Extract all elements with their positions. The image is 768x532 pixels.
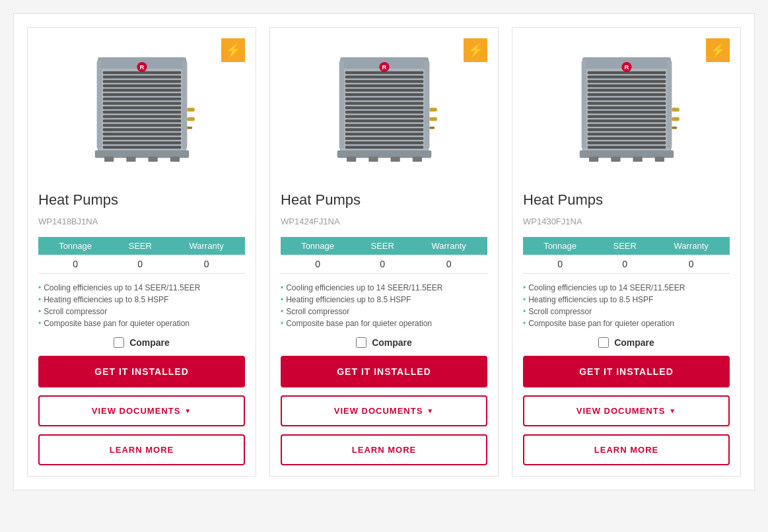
svg-rect-78 xyxy=(588,124,666,127)
compare-label: Compare xyxy=(372,337,412,348)
product-sku: WP1418BJ1NA xyxy=(38,216,245,226)
svg-rect-85 xyxy=(666,61,672,149)
spec-header: Warranty xyxy=(168,237,245,255)
svg-rect-93 xyxy=(611,156,620,162)
svg-rect-12 xyxy=(103,116,181,118)
svg-rect-38 xyxy=(345,89,423,92)
svg-rect-63 xyxy=(412,156,421,162)
svg-rect-80 xyxy=(588,133,666,135)
svg-rect-39 xyxy=(345,93,423,96)
svg-rect-45 xyxy=(345,119,423,122)
energy-badge: ⚡ xyxy=(221,38,245,62)
svg-rect-57 xyxy=(429,108,436,112)
svg-rect-16 xyxy=(103,133,181,135)
svg-rect-44 xyxy=(345,116,423,118)
compare-checkbox[interactable] xyxy=(114,337,124,348)
view-documents-button[interactable]: VIEW DOCUMENTS ▼ xyxy=(38,395,245,426)
svg-rect-27 xyxy=(187,127,192,129)
svg-rect-18 xyxy=(103,142,181,145)
svg-text:R: R xyxy=(139,63,144,71)
svg-rect-36 xyxy=(345,80,423,83)
product-card-3: ⚡ R Heat Pumps WP1430FJ1NA TonnageSEER xyxy=(512,27,741,477)
compare-row: Compare xyxy=(523,337,730,348)
learn-more-button[interactable]: LEARN MORE xyxy=(523,434,730,465)
svg-rect-50 xyxy=(345,142,423,145)
svg-rect-75 xyxy=(588,111,666,114)
svg-rect-5 xyxy=(103,84,181,87)
svg-rect-28 xyxy=(104,156,114,162)
spec-header: Tonnage xyxy=(38,237,112,255)
view-documents-button[interactable]: VIEW DOCUMENTS ▼ xyxy=(523,395,730,426)
svg-rect-35 xyxy=(345,76,423,79)
svg-rect-91 xyxy=(672,127,677,129)
svg-rect-79 xyxy=(588,129,666,131)
svg-rect-7 xyxy=(103,93,181,96)
spec-header: Tonnage xyxy=(281,237,355,255)
feature-item: Heating efficiencies up to 8.5 HSPF xyxy=(523,294,730,306)
feature-item: Cooling efficiencies up to 14 SEER/11.5E… xyxy=(281,282,487,294)
spec-value: 0 xyxy=(355,255,410,274)
svg-rect-76 xyxy=(588,116,666,118)
svg-rect-70 xyxy=(588,89,666,92)
view-documents-button[interactable]: VIEW DOCUMENTS ▼ xyxy=(281,395,487,426)
svg-rect-95 xyxy=(654,156,664,162)
svg-rect-83 xyxy=(588,146,666,149)
product-sku: WP1424FJ1NA xyxy=(281,216,487,226)
svg-text:R: R xyxy=(624,63,629,71)
svg-rect-8 xyxy=(103,98,181,100)
svg-rect-4 xyxy=(103,80,181,83)
svg-rect-94 xyxy=(633,156,642,162)
specs-table: TonnageSEERWarranty 000 xyxy=(38,237,245,274)
spec-value: 0 xyxy=(597,255,652,274)
svg-rect-46 xyxy=(345,124,423,127)
product-category: Heat Pumps xyxy=(523,191,730,209)
learn-more-button[interactable]: LEARN MORE xyxy=(38,434,245,465)
compare-checkbox[interactable] xyxy=(356,337,367,348)
spec-header: Warranty xyxy=(652,237,730,255)
svg-rect-84 xyxy=(581,61,586,149)
get-it-installed-button[interactable]: GET IT INSTALLED xyxy=(523,356,730,387)
svg-rect-47 xyxy=(345,129,423,131)
product-sku: WP1430FJ1NA xyxy=(523,216,730,226)
svg-rect-62 xyxy=(390,156,400,162)
svg-rect-25 xyxy=(187,108,194,112)
compare-row: Compare xyxy=(281,337,487,348)
spec-value: 0 xyxy=(281,255,355,274)
get-it-installed-button[interactable]: GET IT INSTALLED xyxy=(38,356,245,387)
svg-rect-30 xyxy=(148,156,157,162)
spec-value: 0 xyxy=(38,255,112,274)
svg-rect-21 xyxy=(182,61,187,149)
svg-rect-20 xyxy=(96,61,102,149)
svg-rect-52 xyxy=(339,61,344,149)
svg-rect-59 xyxy=(429,127,435,129)
specs-table: TonnageSEERWarranty 000 xyxy=(281,237,487,274)
svg-rect-26 xyxy=(187,117,194,121)
svg-rect-13 xyxy=(103,119,181,122)
features-list: Cooling efficiencies up to 14 SEER/11.5E… xyxy=(281,282,487,329)
svg-rect-89 xyxy=(672,108,679,112)
svg-rect-19 xyxy=(103,146,181,149)
svg-rect-74 xyxy=(588,106,666,109)
specs-table: TonnageSEERWarranty 000 xyxy=(523,237,730,274)
spec-value: 0 xyxy=(168,255,245,274)
svg-rect-10 xyxy=(103,106,181,109)
product-category: Heat Pumps xyxy=(38,191,245,209)
get-it-installed-button[interactable]: GET IT INSTALLED xyxy=(281,356,487,387)
feature-item: Composite base pan for quieter operation xyxy=(38,317,245,329)
svg-rect-58 xyxy=(429,117,436,121)
feature-item: Cooling efficiencies up to 14 SEER/11.5E… xyxy=(38,282,245,294)
product-image-wrapper: ⚡ R xyxy=(38,38,245,183)
svg-rect-53 xyxy=(424,61,429,149)
feature-item: Cooling efficiencies up to 14 SEER/11.5E… xyxy=(523,282,730,294)
svg-rect-68 xyxy=(588,80,666,83)
svg-rect-15 xyxy=(103,129,181,131)
dropdown-arrow-icon: ▼ xyxy=(427,407,434,415)
feature-item: Scroll compressor xyxy=(281,306,487,317)
compare-checkbox[interactable] xyxy=(598,337,609,348)
learn-more-button[interactable]: LEARN MORE xyxy=(281,434,487,465)
svg-rect-49 xyxy=(345,137,423,140)
svg-rect-31 xyxy=(170,156,179,162)
product-image-wrapper: ⚡ R xyxy=(281,38,487,183)
svg-rect-42 xyxy=(345,106,423,109)
svg-rect-3 xyxy=(103,76,181,79)
